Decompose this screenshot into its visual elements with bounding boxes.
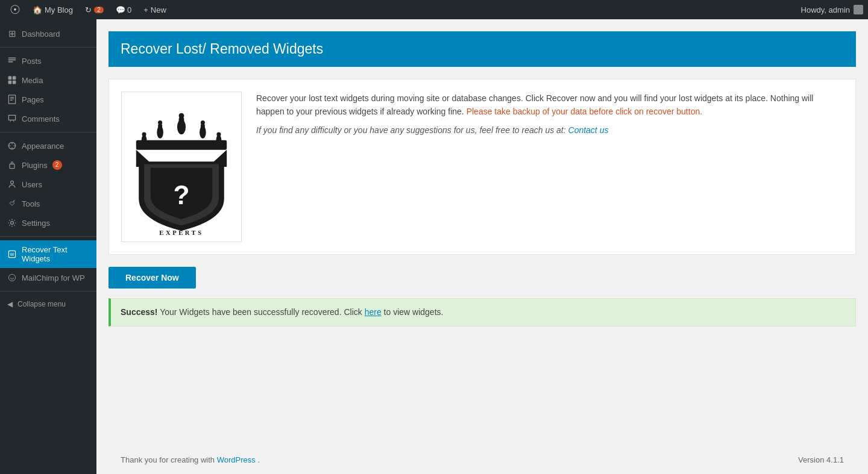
footer-period: . — [257, 455, 260, 464]
recover-now-button[interactable]: Recover Now — [108, 267, 196, 288]
svg-point-13 — [11, 181, 14, 184]
sidebar-item-settings[interactable]: Settings — [0, 213, 96, 232]
adminbar-right: Howdy, admin — [801, 5, 863, 14]
svg-rect-7 — [8, 95, 15, 104]
sidebar-item-plugins[interactable]: Plugins 2 — [0, 155, 96, 175]
svg-rect-10 — [10, 100, 13, 101]
site-name-item[interactable]: 🏠 My Blog — [28, 0, 78, 19]
svg-rect-0 — [8, 57, 16, 58]
comments-menu-icon — [7, 114, 17, 123]
menu-separator-2 — [0, 132, 96, 133]
svg-rect-2 — [8, 61, 13, 63]
menu-separator-3 — [0, 236, 96, 237]
sidebar-item-recover-label: Recover Text Widgets — [22, 245, 89, 263]
sidebar-item-comments[interactable]: Comments — [0, 109, 96, 128]
sidebar-item-posts-label: Posts — [22, 57, 42, 66]
sidebar-item-media[interactable]: Media — [0, 70, 96, 90]
svg-rect-1 — [8, 60, 16, 61]
plus-icon: + — [143, 5, 148, 14]
svg-rect-9 — [10, 98, 14, 99]
howdy-text: Howdy, admin — [801, 5, 850, 14]
recover-icon: W — [7, 249, 17, 259]
svg-point-14 — [11, 222, 14, 225]
sidebar-item-tools[interactable]: Tools — [0, 194, 96, 213]
svg-rect-12 — [10, 164, 14, 168]
posts-icon — [7, 56, 17, 66]
sidebar-item-dashboard-label: Dashboard — [22, 30, 60, 39]
comments-icon: 💬 — [116, 5, 125, 14]
svg-text:EXPERTS: EXPERTS — [159, 229, 203, 236]
footer-left: Thank you for creating with WordPress . — [121, 455, 260, 464]
footer-thank-you: Thank you for creating with — [121, 455, 217, 464]
pages-icon — [7, 95, 17, 104]
sidebar-item-plugins-label: Plugins — [22, 161, 48, 170]
site-name: My Blog — [45, 5, 73, 14]
svg-rect-3 — [8, 76, 12, 80]
plugins-icon — [7, 160, 17, 170]
comments-item[interactable]: 💬 0 — [111, 0, 136, 19]
updates-item[interactable]: ↻ 2 — [80, 0, 108, 19]
sidebar-item-recover-text-widgets[interactable]: W Recover Text Widgets — [0, 240, 96, 268]
appearance-icon — [7, 141, 17, 151]
comments-count: 0 — [127, 5, 131, 14]
success-strong: Success! — [121, 307, 157, 317]
success-text: Your Widgets have been successfully reco… — [160, 307, 365, 317]
home-icon: 🏠 — [33, 5, 42, 14]
contact-us-link[interactable]: Contact us — [568, 125, 609, 135]
sidebar-item-pages[interactable]: Pages — [0, 90, 96, 109]
avatar — [854, 5, 863, 14]
admin-bar: ☉ 🏠 My Blog ↻ 2 💬 0 + New Howdy, admin — [0, 0, 868, 19]
mailchimp-icon — [7, 273, 17, 282]
sidebar-item-appearance-label: Appearance — [22, 142, 64, 151]
svg-text:W: W — [10, 252, 14, 257]
settings-icon — [7, 218, 17, 228]
plugin-description: Recover your lost text widgets during mo… — [256, 92, 843, 137]
wp-logo-item[interactable]: ☉ — [5, 0, 25, 19]
sidebar-item-appearance[interactable]: Appearance — [0, 136, 96, 155]
sidebar-item-mailchimp-label: MailChimp for WP — [22, 273, 85, 282]
plugins-badge: 2 — [52, 160, 62, 170]
sidebar-item-users-label: Users — [22, 180, 42, 189]
desc-warning: Please take backup of your data before c… — [467, 107, 702, 116]
content-area: ? ROYAL EXPERTS Recover your lost text w… — [108, 67, 856, 446]
tools-icon — [7, 199, 17, 208]
collapse-label: Collapse menu — [17, 300, 66, 308]
media-icon — [7, 75, 17, 85]
description-main: Recover your lost text widgets during mo… — [256, 92, 843, 119]
menu-separator-4 — [0, 291, 96, 292]
new-label: New — [151, 5, 166, 14]
svg-point-29 — [142, 133, 146, 137]
svg-text:ROYAL: ROYAL — [167, 154, 195, 160]
sidebar-item-mailchimp[interactable]: MailChimp for WP — [0, 268, 96, 287]
plugin-logo: ? ROYAL EXPERTS — [121, 92, 242, 242]
svg-rect-5 — [8, 81, 12, 84]
wp-icon: ☉ — [10, 2, 20, 17]
svg-point-27 — [201, 120, 205, 125]
howdy-section[interactable]: Howdy, admin — [801, 5, 863, 14]
desc-contact-prefix: If you find any difficulty or you have a… — [256, 125, 566, 135]
sidebar-item-media-label: Media — [22, 76, 43, 85]
menu-separator-1 — [0, 47, 96, 48]
svg-point-31 — [216, 133, 221, 137]
success-notice: Success! Your Widgets have been successf… — [108, 298, 856, 326]
sidebar-item-users[interactable]: Users — [0, 175, 96, 194]
new-item[interactable]: + New — [139, 0, 171, 19]
users-icon — [7, 179, 17, 189]
svg-rect-4 — [13, 76, 16, 80]
success-here-link[interactable]: here — [365, 307, 382, 317]
sidebar-item-pages-label: Pages — [22, 95, 44, 104]
updates-icon: ↻ — [85, 5, 92, 14]
sidebar-item-posts[interactable]: Posts — [0, 51, 96, 70]
sidebar-item-settings-label: Settings — [22, 219, 50, 228]
updates-count: 2 — [94, 7, 104, 13]
plugin-info-box: ? ROYAL EXPERTS Recover your lost text w… — [108, 79, 856, 255]
svg-rect-8 — [10, 97, 14, 98]
sidebar-item-dashboard[interactable]: ⊞ Dashboard — [0, 24, 96, 43]
collapse-menu[interactable]: ◀ Collapse menu — [0, 295, 96, 313]
main-content: Recover Lost/ Removed Widgets — [96, 19, 868, 474]
collapse-icon: ◀ — [7, 300, 13, 308]
wordpress-link[interactable]: WordPress — [217, 455, 256, 464]
svg-point-21 — [179, 113, 184, 119]
wp-footer: Thank you for creating with WordPress . … — [108, 446, 856, 474]
main-wrap: ⊞ Dashboard Posts Media Pages Com — [0, 19, 868, 474]
